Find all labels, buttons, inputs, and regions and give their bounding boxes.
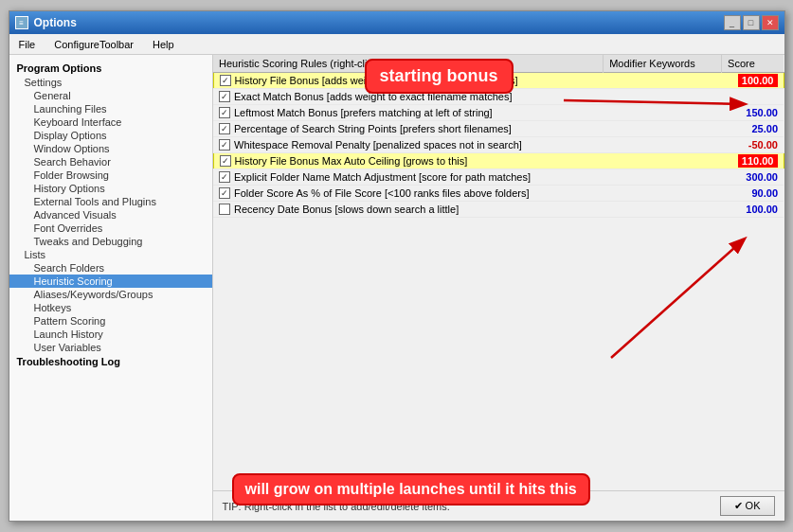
rule-score: -50.00 <box>722 137 784 153</box>
rule-score: 300.00 <box>722 169 784 186</box>
col-header-score: Score <box>722 55 784 73</box>
rule-label: History File Bonus [adds weight to previ… <box>235 75 518 86</box>
rule-label-cell: Folder Score As % of File Score [<100 ra… <box>213 186 604 202</box>
sidebar-item-tweaks[interactable]: Tweaks and Debugging <box>9 235 212 248</box>
sidebar: Program Options Settings General Launchi… <box>9 55 213 521</box>
rule-checkbox[interactable] <box>219 204 230 215</box>
rule-modifier <box>604 186 722 202</box>
sidebar-item-user-variables[interactable]: User Variables <box>9 341 212 354</box>
rule-modifier <box>604 73 722 89</box>
ok-button[interactable]: ✔ OK <box>720 496 775 516</box>
sidebar-item-heuristic-scoring[interactable]: Heuristic Scoring <box>9 275 212 288</box>
rule-score <box>722 89 784 105</box>
rule-label-cell: Exact Match Bonus [adds weight to exact … <box>213 89 604 105</box>
rule-label-cell: Percentage of Search String Points [pref… <box>213 121 604 137</box>
sidebar-item-search-folders[interactable]: Search Folders <box>9 261 212 275</box>
sidebar-settings-items: General Launching Files Keyboard Interfa… <box>9 89 212 248</box>
sidebar-program-options: Program Options <box>9 61 212 76</box>
rule-label: Explicit Folder Name Match Adjustment [s… <box>234 171 531 183</box>
window-title: Options <box>34 16 77 29</box>
rule-modifier <box>604 121 722 137</box>
rule-checkbox[interactable] <box>219 139 230 151</box>
rule-label-cell: History File Bonus [adds weight to previ… <box>213 73 604 89</box>
table-row[interactable]: Recency Date Bonus [slows down search a … <box>213 202 784 218</box>
rule-modifier <box>604 202 722 218</box>
sidebar-item-folder-browsing[interactable]: Folder Browsing <box>9 168 212 182</box>
rule-checkbox[interactable] <box>219 187 230 199</box>
rule-label: Percentage of Search String Points [pref… <box>234 123 512 134</box>
content-area: Program Options Settings General Launchi… <box>9 55 784 521</box>
rule-label-cell: History File Bonus Max Auto Ceiling [gro… <box>213 153 604 169</box>
sidebar-item-font-overrides[interactable]: Font Overrides <box>9 222 212 235</box>
sidebar-lists-items: Search Folders Heuristic Scoring Aliases… <box>9 261 212 354</box>
rule-label: Exact Match Bonus [adds weight to exact … <box>234 91 512 102</box>
table-row[interactable]: History File Bonus Max Auto Ceiling [gro… <box>213 153 784 169</box>
rule-modifier <box>604 137 722 153</box>
minimize-button[interactable]: _ <box>724 15 741 30</box>
sidebar-troubleshooting[interactable]: Troubleshooting Log <box>9 354 212 369</box>
rule-label: Leftmost Match Bonus [prefers matching a… <box>234 107 493 118</box>
table-row[interactable]: Leftmost Match Bonus [prefers matching a… <box>213 105 784 121</box>
rule-label: Recency Date Bonus [slows down search a … <box>234 204 459 215</box>
table-row[interactable]: Explicit Folder Name Match Adjustment [s… <box>213 169 784 186</box>
sidebar-item-display-options[interactable]: Display Options <box>9 129 212 142</box>
menu-help[interactable]: Help <box>149 38 178 51</box>
sidebar-item-aliases[interactable]: Aliases/Keywords/Groups <box>9 288 212 301</box>
sidebar-settings-group: Settings <box>9 76 212 89</box>
sidebar-item-external-tools[interactable]: External Tools and Plugins <box>9 195 212 208</box>
title-bar-left: ≡ Options <box>15 16 77 29</box>
rule-score: 100.00 <box>722 202 784 218</box>
close-button[interactable]: ✕ <box>762 15 779 30</box>
rule-label: Whitespace Removal Penalty [penalized sp… <box>234 139 522 151</box>
sidebar-item-general[interactable]: General <box>9 89 212 102</box>
tip-text: TIP: Right-click in the list to add/edit… <box>223 501 450 512</box>
sidebar-item-keyboard-interface[interactable]: Keyboard Interface <box>9 115 212 129</box>
table-row[interactable]: Whitespace Removal Penalty [penalized sp… <box>213 137 784 153</box>
rule-modifier <box>604 105 722 121</box>
sidebar-item-advanced-visuals[interactable]: Advanced Visuals <box>9 208 212 222</box>
rule-score: 100.00 <box>722 73 784 89</box>
sidebar-item-history-options[interactable]: History Options <box>9 182 212 195</box>
rule-label-cell: Whitespace Removal Penalty [penalized sp… <box>213 137 604 153</box>
rule-checkbox[interactable] <box>219 171 230 183</box>
menu-bar: File ConfigureToolbar Help <box>9 34 784 55</box>
sidebar-item-launch-history[interactable]: Launch History <box>9 328 212 341</box>
main-panel: Heuristic Scoring Rules (right-click to … <box>213 55 784 521</box>
col-header-rules: Heuristic Scoring Rules (right-click to … <box>213 55 604 73</box>
rules-table: Heuristic Scoring Rules (right-click to … <box>213 55 784 218</box>
table-row[interactable]: History File Bonus [adds weight to previ… <box>213 73 784 89</box>
table-row[interactable]: Percentage of Search String Points [pref… <box>213 121 784 137</box>
options-window: ≡ Options _ □ ✕ File ConfigureToolbar He… <box>9 10 785 522</box>
table-row[interactable]: Folder Score As % of File Score [<100 ra… <box>213 186 784 202</box>
rule-score: 110.00 <box>722 153 784 169</box>
rules-area: Heuristic Scoring Rules (right-click to … <box>213 55 784 490</box>
title-bar-controls: _ □ ✕ <box>724 15 779 30</box>
tip-bar: TIP: Right-click in the list to add/edit… <box>213 490 784 521</box>
rule-score: 25.00 <box>722 121 784 137</box>
title-bar: ≡ Options _ □ ✕ <box>9 11 784 34</box>
rule-label-cell: Explicit Folder Name Match Adjustment [s… <box>213 169 604 186</box>
sidebar-item-pattern-scoring[interactable]: Pattern Scoring <box>9 314 212 328</box>
col-header-modifier: Modifier Keywords <box>604 55 722 73</box>
rule-label-cell: Recency Date Bonus [slows down search a … <box>213 202 604 218</box>
rule-modifier <box>604 89 722 105</box>
sidebar-item-search-behavior[interactable]: Search Behavior <box>9 155 212 168</box>
rule-checkbox[interactable] <box>219 91 230 102</box>
table-row[interactable]: Exact Match Bonus [adds weight to exact … <box>213 89 784 105</box>
menu-file[interactable]: File <box>15 38 40 51</box>
rule-label: History File Bonus Max Auto Ceiling [gro… <box>235 155 468 167</box>
window-icon: ≡ <box>15 16 28 29</box>
rule-checkbox[interactable] <box>219 123 230 134</box>
rule-score: 90.00 <box>722 186 784 202</box>
sidebar-item-launching-files[interactable]: Launching Files <box>9 102 212 115</box>
menu-configure-toolbar[interactable]: ConfigureToolbar <box>50 38 137 51</box>
sidebar-item-hotkeys[interactable]: Hotkeys <box>9 301 212 314</box>
rule-modifier <box>604 169 722 186</box>
rule-checkbox[interactable] <box>219 107 230 118</box>
rule-modifier <box>604 153 722 169</box>
sidebar-lists-group: Lists <box>9 248 212 261</box>
rule-checkbox[interactable] <box>220 75 231 86</box>
maximize-button[interactable]: □ <box>743 15 760 30</box>
sidebar-item-window-options[interactable]: Window Options <box>9 142 212 155</box>
rule-checkbox[interactable] <box>220 155 231 167</box>
